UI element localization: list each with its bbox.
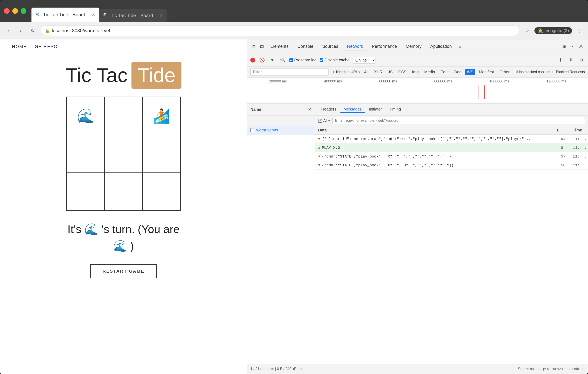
download-har-icon[interactable]: ⬇ — [567, 57, 575, 64]
hide-data-urls-checkbox[interactable] — [331, 71, 334, 73]
tab-sources[interactable]: Sources — [318, 42, 342, 51]
tab-close-active[interactable]: ✕ — [92, 12, 95, 17]
cell-0-2[interactable]: 🏄 — [142, 97, 180, 135]
disable-cache-checkbox[interactable] — [320, 58, 323, 62]
blocked-cookies-checkbox[interactable] — [514, 71, 516, 73]
restart-button[interactable]: RESTART GAME — [90, 264, 157, 278]
filter-other[interactable]: Other — [498, 69, 512, 75]
tab-headers[interactable]: Headers — [318, 106, 340, 113]
tab-performance[interactable]: Performance — [368, 42, 401, 51]
tab-timing[interactable]: Timing — [386, 106, 404, 113]
traffic-light-yellow[interactable] — [12, 8, 18, 14]
record-button[interactable] — [250, 58, 255, 62]
blocked-cookies-label[interactable]: Has blocked cookies — [514, 70, 550, 74]
status-text: It's 🌊 's turn. (You are 🌊 ) — [68, 221, 179, 254]
cell-0-0[interactable]: 🌊 — [67, 97, 105, 135]
nav-gh-repo[interactable]: GH REPO — [35, 44, 58, 49]
tab-memory[interactable]: Memory — [402, 42, 425, 51]
filter-font[interactable]: Font — [439, 69, 451, 75]
message-row-2[interactable]: ▼ {"cmd":"STATE","play_book":["X","","",… — [315, 152, 588, 161]
blocked-cookies-text: Has blocked cookies — [517, 70, 550, 74]
msg-length-3: 58 — [561, 163, 573, 167]
preserve-log-checkbox[interactable] — [289, 58, 293, 62]
messages-filter-row: 🔄 All ▾ — [247, 115, 588, 126]
cell-2-0[interactable] — [67, 173, 105, 210]
tab-initiator[interactable]: Initiator — [366, 106, 385, 113]
panel-left: Name ✕ — [247, 104, 315, 115]
nav-home[interactable]: HOME — [12, 44, 27, 49]
back-button[interactable]: ‹ — [5, 27, 13, 35]
status-right: Select message to browse its content. — [322, 367, 585, 371]
network-settings-icon[interactable]: ⚙ — [578, 57, 585, 64]
filter-media[interactable]: Media — [422, 69, 437, 75]
device-icon[interactable] — [258, 43, 265, 50]
inspect-icon[interactable] — [250, 43, 258, 50]
more-tabs-icon[interactable]: » — [457, 43, 464, 50]
disable-cache-label[interactable]: Disable cache — [320, 58, 350, 62]
refresh-button[interactable]: ↻ — [29, 27, 37, 35]
tab-application[interactable]: Application — [426, 42, 456, 51]
tab-elements[interactable]: Elements — [266, 42, 293, 51]
tab-close-inactive[interactable]: ✕ — [159, 13, 163, 18]
request-names-column: warm-vervet — [247, 126, 315, 364]
cell-1-1[interactable] — [105, 135, 142, 173]
cell-1-0[interactable] — [67, 135, 105, 173]
request-row-warm-vervet[interactable]: warm-vervet — [247, 126, 315, 135]
throttle-select[interactable]: Online Offline Slow 3G Fast 3G — [353, 57, 376, 63]
nav-bar: ‹ › ↻ 🔒 localhost:8080/warm-vervet ☆ 🕵 I… — [0, 22, 588, 40]
website-content: HOME GH REPO Tic Tac Tide 🌊 🏄 — [0, 40, 247, 374]
clear-button[interactable]: 🚫 — [258, 57, 265, 64]
filter-ws[interactable]: WS — [465, 69, 475, 75]
tab-console[interactable]: Console — [294, 42, 317, 51]
filter-button[interactable] — [269, 57, 276, 64]
devtools-close-button[interactable]: ✕ — [577, 43, 585, 51]
upload-har-icon[interactable]: ⬆ — [557, 57, 564, 64]
blocked-requests-label[interactable]: Blocked Requests — [553, 70, 585, 74]
cell-0-1[interactable] — [105, 97, 142, 135]
tab-inactive[interactable]: 🌊 Tic Tac Tide - Board ✕ — [99, 9, 167, 22]
messages-filter-input[interactable] — [332, 117, 585, 124]
devtools-more-icon[interactable]: ⋮ — [569, 43, 576, 50]
filter-css[interactable]: CSS — [396, 69, 408, 75]
timeline-marker-2 — [484, 85, 485, 99]
message-row-0[interactable]: ▼ {"client_id":"better.crab","cmd":"INIT… — [315, 135, 588, 143]
receive-arrow-0: ▼ — [318, 137, 320, 141]
message-row-3[interactable]: ▼ {"cmd":"STATE","play_book":["X","","O"… — [315, 161, 588, 170]
filter-bar: Hide data URLs All XHR JS CSS Img Media … — [247, 66, 588, 78]
panel-right: Headers Messages Initiator Timing — [315, 104, 588, 115]
direction-filter: 🔄 All ▾ — [318, 118, 330, 123]
cell-1-2[interactable] — [142, 135, 180, 173]
cell-2-1[interactable] — [105, 173, 142, 210]
hide-data-urls-label[interactable]: Hide data URLs — [331, 70, 360, 74]
close-panel-button[interactable]: ✕ — [308, 107, 312, 112]
filter-js[interactable]: JS — [386, 69, 395, 75]
filter-xhr[interactable]: XHR — [372, 69, 384, 75]
message-row-1[interactable]: ▲ PLAY:X:0 8 11:... — [315, 143, 588, 152]
filter-input[interactable] — [250, 69, 329, 76]
search-button[interactable]: 🔍 — [279, 57, 286, 64]
tab-network[interactable]: Network — [343, 42, 367, 51]
direction-dropdown[interactable]: ▾ — [328, 118, 330, 123]
tab-active[interactable]: 🌊 Tic Tac Tide - Board ✕ — [32, 8, 99, 22]
msg-length-0: 94 — [561, 137, 573, 141]
filter-manifest[interactable]: Manifest — [477, 69, 496, 75]
filter-all[interactable]: All — [362, 69, 370, 75]
forward-button[interactable]: › — [17, 27, 25, 35]
traffic-light-green[interactable] — [21, 8, 26, 14]
cell-2-2[interactable] — [142, 173, 180, 210]
traffic-light-red[interactable] — [4, 8, 10, 14]
bookmark-button[interactable]: ☆ — [523, 27, 531, 35]
devtools-settings-icon[interactable]: ⚙ — [561, 43, 568, 50]
blocked-requests-checkbox[interactable] — [553, 71, 555, 73]
address-bar[interactable]: 🔒 localhost:8080/warm-vervet — [41, 25, 519, 36]
preserve-log-label[interactable]: Preserve log — [289, 58, 316, 62]
msg-time-0: 11:... — [573, 137, 585, 141]
request-row-checkbox[interactable] — [250, 128, 254, 132]
new-tab-button[interactable]: + — [167, 12, 177, 22]
preserve-log-text: Preserve log — [294, 58, 316, 62]
tab-messages[interactable]: Messages — [340, 106, 365, 113]
more-button[interactable]: ⋮ — [575, 27, 583, 35]
request-name: warm-vervet — [256, 128, 278, 132]
filter-doc[interactable]: Doc — [452, 69, 463, 75]
filter-img[interactable]: Img — [410, 69, 421, 75]
